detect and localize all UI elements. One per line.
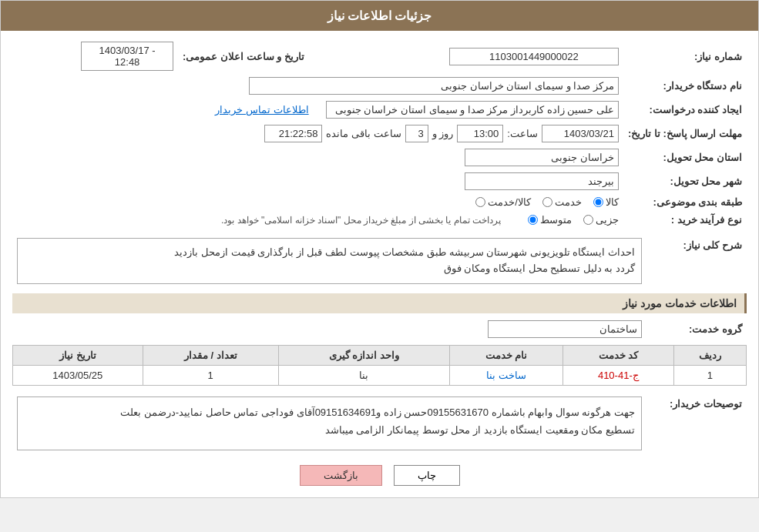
table-cell: بنا bbox=[278, 366, 449, 386]
page-header: جزئیات اطلاعات نیاز bbox=[1, 1, 758, 31]
city-label: شهر محل تحویل: bbox=[623, 169, 747, 193]
services-table: ردیف کد خدمت نام خدمت واحد اندازه گیری ت… bbox=[12, 345, 747, 386]
table-cell: 1 bbox=[143, 366, 278, 386]
deadline-days: 3 bbox=[405, 125, 428, 142]
category-kala-khedmat-radio[interactable] bbox=[475, 197, 485, 207]
col-row: ردیف bbox=[673, 346, 746, 366]
back-button[interactable]: بازگشت bbox=[300, 465, 382, 486]
category-kala-radio[interactable] bbox=[593, 197, 603, 207]
table-cell: ج-41-410 bbox=[563, 366, 673, 386]
category-khedmat-radio[interactable] bbox=[542, 197, 552, 207]
process-jozii-label: جزیی bbox=[596, 214, 619, 226]
province-value: خراسان جنوبی bbox=[465, 149, 619, 166]
contact-info-link[interactable]: اطلاعات تماس خریدار bbox=[215, 104, 308, 115]
service-group-value: ساختمان bbox=[488, 320, 642, 338]
table-row: 1ج-41-410ساخت بنابنا11403/05/25 bbox=[13, 366, 747, 386]
col-date: تاریخ نیاز bbox=[13, 346, 143, 366]
table-cell: ساخت بنا bbox=[450, 366, 563, 386]
services-section-title: اطلاعات خدمات مورد نیاز bbox=[12, 293, 747, 313]
process-motevaset-radio[interactable] bbox=[528, 215, 538, 225]
col-name: نام خدمت bbox=[450, 346, 563, 366]
service-group-label: گروه خدمت: bbox=[646, 317, 747, 341]
need-number-label: شماره نیاز: bbox=[623, 38, 747, 74]
process-label: نوع فرآیند خرید : bbox=[623, 211, 747, 229]
deadline-remaining-label: ساعت باقی مانده bbox=[326, 128, 401, 139]
deadline-date: 1403/03/21 bbox=[542, 125, 619, 142]
process-motevaset-label: متوسط bbox=[540, 214, 572, 226]
process-motevaset-option[interactable]: متوسط bbox=[528, 214, 572, 226]
city-value: بیرجند bbox=[465, 172, 619, 190]
need-number-value: 1103001449000022 bbox=[449, 48, 619, 65]
col-unit: واحد اندازه گیری bbox=[278, 346, 449, 366]
creator-label: ایجاد کننده درخواست: bbox=[623, 98, 747, 122]
process-jozii-option[interactable]: جزیی bbox=[583, 214, 619, 226]
page-title: جزئیات اطلاعات نیاز bbox=[327, 9, 432, 22]
print-button[interactable]: چاپ bbox=[394, 465, 460, 486]
deadline-time-label: ساعت: bbox=[507, 128, 538, 139]
col-quantity: تعداد / مقدار bbox=[143, 346, 278, 366]
buyer-station-value: مرکز صدا و سیمای استان خراسان جنوبی bbox=[249, 77, 619, 95]
buyer-station-label: نام دستگاه خریدار: bbox=[623, 74, 747, 98]
buyer-notes-text: جهت هرگونه سوال وابهام باشماره 091556316… bbox=[17, 396, 642, 450]
buyer-notes-label: توصیحات خریدار: bbox=[646, 393, 747, 453]
category-khedmat-option[interactable]: خدمت bbox=[542, 196, 582, 208]
category-label: طبقه بندی موضوعی: bbox=[623, 193, 747, 211]
col-code: کد خدمت bbox=[563, 346, 673, 366]
category-kala-label: کالا bbox=[606, 196, 619, 208]
province-label: استان محل تحویل: bbox=[623, 146, 747, 169]
buttons-row: چاپ بازگشت bbox=[12, 465, 747, 486]
creator-value: علی حسین زاده کاربرداز مرکز صدا و سیمای … bbox=[326, 101, 619, 119]
deadline-days-label: روز و bbox=[432, 128, 454, 139]
table-cell: 1 bbox=[673, 366, 746, 386]
deadline-label: مهلت ارسال پاسخ: تا تاریخ: bbox=[623, 122, 747, 146]
table-cell: 1403/05/25 bbox=[13, 366, 143, 386]
announcement-label: تاریخ و ساعت اعلان عمومی: bbox=[178, 38, 309, 74]
deadline-time: 13:00 bbox=[457, 125, 503, 142]
category-kala-option[interactable]: کالا bbox=[593, 196, 619, 208]
category-kala-khedmat-label: کالا/خدمت bbox=[488, 196, 531, 208]
description-label: شرح کلی نیاز: bbox=[646, 235, 747, 287]
category-khedmat-label: خدمت bbox=[555, 196, 582, 208]
category-kala-khedmat-option[interactable]: کالا/خدمت bbox=[475, 196, 531, 208]
announcement-value: 1403/03/17 - 12:48 bbox=[81, 42, 173, 71]
process-jozii-radio[interactable] bbox=[583, 215, 593, 225]
process-note: پرداخت تمام یا بخشی از مبلغ خریداز محل "… bbox=[221, 215, 501, 226]
deadline-remaining: 21:22:58 bbox=[264, 125, 322, 142]
description-text: احداث ایستگاه تلویزیونی شهرستان سربیشه ط… bbox=[17, 238, 642, 284]
